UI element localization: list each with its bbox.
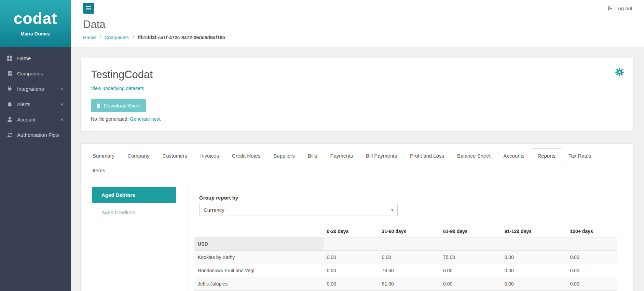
download-excel-label: Download Excel (104, 103, 141, 108)
tab-summary[interactable]: Summary (86, 148, 121, 163)
logout-link[interactable]: Log out (607, 5, 632, 11)
amount-cell: 0.00 (501, 277, 567, 291)
sidebar-item-integrations[interactable]: Integrations (0, 81, 71, 97)
currency-group-row: USD (194, 237, 617, 251)
company-card: TestingCodat View underlying datasets Do… (80, 58, 634, 132)
tab-items[interactable]: Items (86, 163, 112, 178)
report-tab-aged-creditors[interactable]: Aged Creditors (92, 204, 176, 220)
amount-cell: 0.00 (324, 264, 379, 277)
user-name: Maria Gomez (20, 31, 50, 37)
excel-file-icon (96, 103, 101, 108)
tab-profit-and-loss[interactable]: Profit and Loss (403, 148, 451, 163)
sidebar-item-label: Home (17, 55, 31, 61)
customer-name: Kookies by Kathy (194, 251, 324, 264)
tab-bill-payments[interactable]: Bill Payments (359, 148, 403, 163)
report-panel: Group report by Currency ▾ 0-30 days31-6… (189, 187, 623, 291)
main-area: Log out Data Home / Companies / ffb1dd3f… (71, 0, 644, 291)
tab-company[interactable]: Company (121, 148, 156, 163)
settings-gear-button[interactable] (615, 68, 624, 76)
table-row: Kookies by Kathy0.000.0075.000.000.00 (194, 251, 617, 264)
sidebar-menu: HomeCompaniesIntegrationsAlertsAccountAu… (0, 47, 71, 143)
view-datasets-link[interactable]: View underlying datasets (91, 86, 144, 91)
breadcrumb-home[interactable]: Home (83, 35, 96, 40)
tab-reports[interactable]: Reports (531, 148, 562, 163)
breadcrumb-separator: / (99, 35, 101, 40)
amount-cell: 81.00 (379, 277, 440, 291)
sidebar-item-label: Alerts (17, 101, 30, 107)
codat-logo[interactable]: codat (14, 11, 57, 26)
file-status-text: No file generated. (91, 116, 129, 122)
group-report-by-label: Group report by (199, 195, 617, 201)
exchange-icon (7, 132, 13, 138)
tab-invoices[interactable]: Invoices (194, 148, 225, 163)
sidebar-item-label: Account (17, 117, 36, 122)
amount-cell: 0.00 (566, 251, 617, 264)
sidebar-item-account[interactable]: Account (0, 112, 71, 127)
building-icon (7, 71, 13, 76)
tab-bills[interactable]: Bills (301, 148, 324, 163)
amount-cell: 0.00 (501, 264, 567, 277)
table-row: Rondonuwu Fruit and Vegi0.0078.600.000.0… (194, 264, 617, 277)
page-content: TestingCodat View underlying datasets Do… (71, 47, 644, 291)
tab-credit-notes[interactable]: Credit Notes (225, 148, 267, 163)
customer-name: Rondonuwu Fruit and Vegi (194, 264, 324, 277)
generate-now-link[interactable]: Generate now. (130, 116, 161, 122)
breadcrumb-current: ffb1dd3f-ca1f-472c-8472-06de8d9af16b (138, 35, 225, 40)
logout-icon (607, 6, 613, 11)
tab-suppliers[interactable]: Suppliers (267, 148, 301, 163)
page-title: Data (83, 18, 632, 31)
amount-cell: 78.60 (379, 264, 440, 277)
menu-toggle-button[interactable] (83, 3, 94, 14)
column-header (194, 225, 324, 237)
group-by-select[interactable]: Currency ▾ (199, 204, 398, 216)
column-header: 31-60 days (379, 225, 440, 237)
gear-icon (615, 68, 624, 76)
logout-label: Log out (615, 5, 632, 11)
amount-cell: 0.00 (324, 251, 379, 264)
tab-tax-rates[interactable]: Tax Rates (562, 148, 598, 163)
column-header: 91-120 days (501, 225, 567, 237)
report-section: Aged DebtorsAged Creditors Group report … (81, 178, 633, 291)
grid-icon (7, 55, 13, 61)
app-root: codat Maria Gomez HomeCompaniesIntegrati… (0, 0, 644, 291)
sidebar-item-home[interactable]: Home (0, 50, 71, 66)
amount-cell: 0.00 (566, 277, 617, 291)
column-header: 61-90 days (440, 225, 501, 237)
sidebar-item-alerts[interactable]: Alerts (0, 97, 71, 112)
data-card: SummaryCompanyCustomersInvoicesCredit No… (80, 143, 634, 291)
breadcrumb-companies[interactable]: Companies (105, 35, 129, 40)
report-side-tabs: Aged DebtorsAged Creditors (92, 187, 176, 220)
amount-cell: 0.00 (501, 251, 567, 264)
user-icon (7, 117, 13, 122)
sidebar: codat Maria Gomez HomeCompaniesIntegrati… (0, 0, 71, 291)
tab-accounts[interactable]: Accounts (497, 148, 531, 163)
tab-payments[interactable]: Payments (324, 148, 359, 163)
sidebar-item-authorisation-flow[interactable]: Authorisation Flow (0, 127, 71, 143)
empty-cell (440, 237, 501, 251)
amount-cell: 0.00 (566, 264, 617, 277)
empty-cell (566, 237, 617, 251)
company-name: TestingCodat (91, 69, 623, 81)
empty-cell (379, 237, 440, 251)
customer-name: Jeff's Jalopies (194, 277, 324, 291)
sidebar-brand: codat Maria Gomez (0, 0, 71, 47)
plug-icon (7, 86, 13, 92)
report-tab-aged-debtors[interactable]: Aged Debtors (92, 187, 176, 203)
table-row: Jeff's Jalopies0.0081.000.000.000.00 (194, 277, 617, 291)
sidebar-item-companies[interactable]: Companies (0, 66, 71, 81)
currency-group-label: USD (194, 237, 324, 251)
amount-cell: 75.00 (440, 251, 501, 264)
tab-customers[interactable]: Customers (156, 148, 194, 163)
tab-bar: SummaryCompanyCustomersInvoicesCredit No… (81, 144, 633, 178)
amount-cell: 0.00 (379, 251, 440, 264)
amount-cell: 0.00 (324, 277, 379, 291)
select-caret-icon: ▾ (391, 208, 393, 213)
tab-balance-sheet[interactable]: Balance Sheet (451, 148, 497, 163)
breadcrumb: Home / Companies / ffb1dd3f-ca1f-472c-84… (83, 35, 632, 40)
column-header: 120+ days (566, 225, 617, 237)
sidebar-item-label: Authorisation Flow (17, 132, 59, 138)
column-header: 0-30 days (324, 225, 379, 237)
bell-icon (7, 101, 13, 107)
amount-cell: 0.00 (440, 277, 501, 291)
download-excel-button[interactable]: Download Excel (91, 99, 146, 112)
